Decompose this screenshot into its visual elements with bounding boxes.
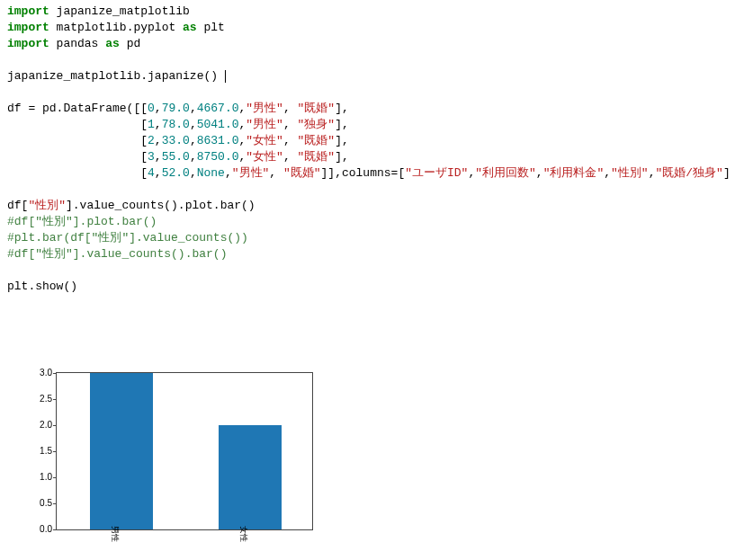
y-tick-label: 1.0 bbox=[22, 472, 52, 482]
code-line: df["性別"].value_counts().plot.bar() bbox=[7, 199, 255, 212]
code-line: import pandas as pd bbox=[7, 37, 140, 50]
code-comment: #df["性別"].plot.bar() bbox=[7, 215, 157, 228]
code-line: plt.show() bbox=[7, 280, 77, 293]
y-axis-ticks: 0.00.51.01.52.02.53.0 bbox=[22, 372, 54, 530]
code-line: japanize_matplotlib.japanize() bbox=[7, 69, 226, 83]
bar bbox=[90, 373, 153, 529]
bar bbox=[219, 425, 282, 529]
y-tick-label: 0.5 bbox=[22, 498, 52, 508]
bar-chart: 0.00.51.01.52.02.53.0 男性女性 bbox=[22, 367, 318, 556]
code-line: [3,55.0,8750.0,"女性", "既婚"], bbox=[7, 150, 349, 164]
code-comment: #df["性別"].value_counts().bar() bbox=[7, 247, 227, 261]
code-line: import matplotlib.pyplot as plt bbox=[7, 21, 225, 34]
x-tick-label: 女性 bbox=[238, 526, 249, 542]
text-cursor bbox=[225, 70, 226, 83]
output-area: 0.00.51.01.52.02.53.0 男性女性 bbox=[4, 367, 731, 556]
chart-frame bbox=[56, 372, 313, 530]
y-tick-label: 2.0 bbox=[22, 420, 52, 430]
code-line: [4,52.0,None,"男性", "既婚"]],columns=["ユーザI… bbox=[7, 166, 731, 180]
code-line: [2,33.0,8631.0,"女性", "既婚"], bbox=[7, 134, 349, 147]
code-line: [1,78.0,5041.0,"男性", "独身"], bbox=[7, 118, 349, 131]
code-line: import japanize_matplotlib bbox=[7, 4, 190, 18]
code-line: df = pd.DataFrame([[0,79.0,4667.0,"男性", … bbox=[7, 102, 349, 115]
code-comment: #plt.bar(df["性別"].value_counts()) bbox=[7, 231, 248, 244]
x-tick-label: 男性 bbox=[109, 526, 121, 542]
x-axis-labels: 男性女性 bbox=[56, 534, 313, 552]
y-tick-label: 3.0 bbox=[22, 368, 52, 378]
y-tick-label: 1.5 bbox=[22, 446, 52, 456]
y-tick-label: 0.0 bbox=[22, 524, 52, 534]
code-cell[interactable]: import japanize_matplotlib import matplo… bbox=[4, 4, 731, 295]
y-tick-label: 2.5 bbox=[22, 394, 52, 404]
